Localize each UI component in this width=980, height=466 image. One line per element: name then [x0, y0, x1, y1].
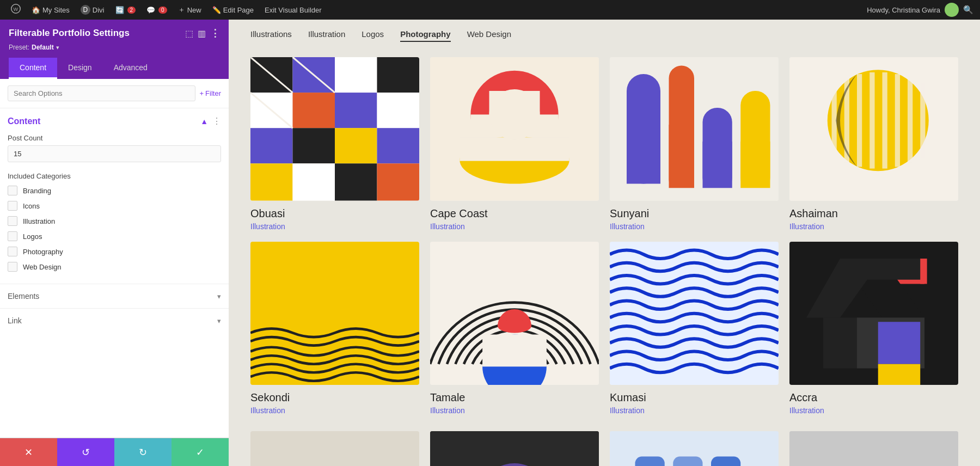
svg-rect-75 — [635, 457, 665, 467]
portfolio-cat-obuasi: Illustration — [250, 222, 419, 231]
post-count-input[interactable] — [8, 145, 221, 162]
updates-icon: 🔄 — [115, 6, 124, 14]
exit-visual-builder-link[interactable]: Exit Visual Builder — [260, 0, 326, 20]
svg-point-40 — [828, 70, 929, 171]
portfolio-item-kumasi[interactable]: Kumasi Illustration — [610, 242, 779, 415]
edit-page-label: Edit Page — [223, 6, 254, 14]
user-avatar[interactable] — [945, 3, 959, 17]
comments-link[interactable]: 💬 0 — [142, 0, 171, 20]
redo-button[interactable]: ↻ — [114, 438, 171, 466]
category-checkbox[interactable] — [8, 186, 17, 195]
expand-icon[interactable]: ⬚ — [185, 28, 193, 39]
category-item-photography[interactable]: Photography — [8, 247, 221, 256]
content-more-icon[interactable]: ⋮ — [212, 116, 221, 126]
svg-rect-26 — [460, 137, 569, 161]
content-area: Illustrations Illustration Logos Photogr… — [229, 20, 980, 466]
tab-advanced[interactable]: Advanced — [103, 58, 158, 79]
new-link[interactable]: ＋ New — [174, 0, 206, 20]
comments-count: 0 — [158, 7, 167, 14]
included-categories-section: Included Categories Branding Icons Illus… — [0, 168, 229, 284]
portfolio-item-ashaiman[interactable]: Ashaiman Illustration — [789, 57, 958, 231]
svg-rect-6 — [377, 57, 420, 93]
filter-tab-illustration[interactable]: Illustration — [308, 29, 345, 42]
search-options-input[interactable] — [8, 85, 195, 101]
filter-tab-webdesign[interactable]: Web Design — [467, 29, 511, 42]
content-collapse-icon[interactable]: ▲ — [200, 117, 208, 126]
bottom-thumb-1[interactable] — [250, 431, 419, 466]
svg-point-51 — [498, 319, 531, 333]
filter-tab-logos[interactable]: Logos — [362, 29, 384, 42]
elements-label: Elements — [8, 292, 39, 301]
portfolio-name-tamale: Tamale — [430, 391, 599, 404]
redo-icon: ↻ — [139, 446, 147, 458]
svg-rect-43 — [857, 74, 862, 167]
svg-rect-65 — [250, 431, 419, 466]
preset-dropdown-icon[interactable]: ▾ — [56, 44, 59, 51]
tab-content[interactable]: Content — [9, 58, 57, 79]
bottom-thumb-2[interactable] — [430, 431, 599, 466]
included-categories-label: Included Categories — [8, 172, 221, 180]
elements-header[interactable]: Elements ▾ — [8, 292, 221, 301]
wp-logo-link[interactable]: W — [7, 0, 25, 20]
bottom-thumb-4[interactable]: SLIM — [789, 431, 958, 466]
svg-rect-37 — [740, 142, 770, 192]
portfolio-thumb-tamale — [430, 242, 599, 385]
layout-icon[interactable]: ▥ — [198, 28, 206, 39]
portfolio-item-tamale[interactable]: Tamale Illustration — [430, 242, 599, 415]
edit-page-link[interactable]: ✏️ Edit Page — [208, 0, 258, 20]
portfolio-item-accra[interactable]: Accra Illustration — [789, 242, 958, 415]
category-item-web-design[interactable]: Web Design — [8, 262, 221, 272]
svg-text:W: W — [14, 6, 19, 11]
svg-rect-84 — [789, 431, 958, 466]
filter-tab-photography[interactable]: Photography — [400, 29, 451, 42]
updates-link[interactable]: 🔄 2 — [111, 0, 140, 20]
portfolio-item-capecoast[interactable]: Cape Coast Illustration — [430, 57, 599, 231]
portfolio-name-ashaiman: Ashaiman — [789, 207, 958, 220]
link-chevron-icon[interactable]: ▾ — [217, 317, 221, 325]
admin-search-icon[interactable]: 🔍 — [963, 5, 973, 15]
howdy-text: Howdy, Christina Gwira — [867, 6, 940, 14]
undo-button[interactable]: ↺ — [57, 438, 114, 466]
portfolio-thumb-ashaiman — [789, 57, 958, 201]
preset-label: Preset: — [9, 44, 29, 51]
svg-rect-77 — [711, 457, 740, 467]
portfolio-name-sekondi: Sekondi — [250, 391, 419, 404]
save-button[interactable]: ✓ — [171, 438, 229, 466]
portfolio-thumb-obuasi — [250, 57, 419, 201]
svg-rect-14 — [377, 128, 420, 163]
more-icon[interactable]: ⋮ — [210, 27, 220, 39]
section-controls: ▲ ⋮ — [200, 116, 221, 126]
category-checkbox[interactable] — [8, 262, 17, 272]
svg-rect-46 — [895, 74, 900, 167]
elements-chevron-icon[interactable]: ▾ — [217, 292, 221, 301]
filter-button[interactable]: + Filter — [200, 89, 221, 97]
filter-tab-illustrations[interactable]: Illustrations — [250, 29, 292, 42]
svg-rect-12 — [293, 128, 335, 163]
category-label: Photography — [23, 248, 63, 256]
link-section: Link ▾ — [0, 308, 229, 333]
content-section-title: Content — [8, 116, 40, 126]
category-item-icons[interactable]: Icons — [8, 201, 221, 211]
portfolio-name-obuasi: Obuasi — [250, 207, 419, 220]
link-header[interactable]: Link ▾ — [8, 316, 221, 325]
category-item-illustration[interactable]: Illustration — [8, 216, 221, 226]
portfolio-item-sunyani[interactable]: Sunyani Illustration — [610, 57, 779, 231]
comments-icon: 💬 — [146, 6, 155, 14]
my-sites-link[interactable]: 🏠 My Sites — [27, 0, 74, 20]
portfolio-item-sekondi[interactable]: Sekondi Illustration — [250, 242, 419, 415]
svg-rect-16 — [293, 163, 335, 200]
category-checkbox[interactable] — [8, 201, 17, 211]
sidebar-title: Filterable Portfolio Settings — [9, 28, 130, 39]
category-label: Illustration — [23, 217, 55, 225]
bottom-thumb-3[interactable] — [610, 431, 779, 466]
category-checkbox[interactable] — [8, 216, 17, 226]
category-item-logos[interactable]: Logos — [8, 231, 221, 241]
portfolio-cat-sunyani: Illustration — [610, 222, 779, 231]
category-item-branding[interactable]: Branding — [8, 186, 221, 195]
tab-design[interactable]: Design — [57, 58, 103, 79]
divi-link[interactable]: D Divi — [76, 0, 109, 20]
category-checkbox[interactable] — [8, 231, 17, 241]
category-checkbox[interactable] — [8, 247, 17, 256]
cancel-button[interactable]: ✕ — [0, 438, 57, 466]
portfolio-item-obuasi[interactable]: Obuasi Illustration — [250, 57, 419, 231]
